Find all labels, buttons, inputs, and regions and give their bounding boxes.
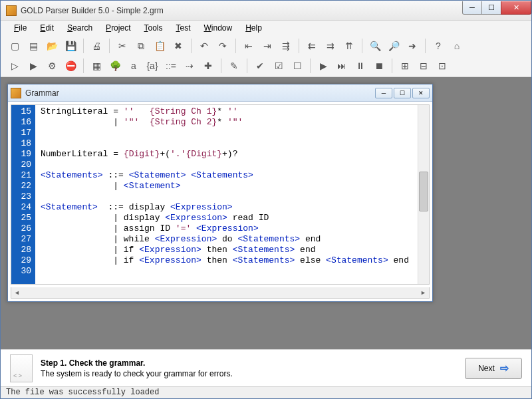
horizontal-scrollbar[interactable]: ◄ ► <box>11 287 430 299</box>
fast-forward-button[interactable]: ⏭ <box>333 57 350 74</box>
redo-icon: ↷ <box>219 41 227 51</box>
increase-indent-button[interactable]: ⇶ <box>277 37 295 55</box>
add-node-icon: ✚ <box>204 61 212 71</box>
run-button[interactable]: ▷ <box>6 57 23 74</box>
close-button[interactable]: ✕ <box>501 1 531 15</box>
braces-button[interactable]: {a} <box>144 57 161 74</box>
menu-help[interactable]: Help <box>240 22 267 34</box>
code-line[interactable]: StringLiteral = '' {String Ch 1}* '' <box>41 106 412 117</box>
scroll-right-icon[interactable]: ► <box>418 287 429 298</box>
code-line[interactable] <box>41 128 412 138</box>
paste-button[interactable]: 📋 <box>151 37 168 55</box>
code-line[interactable]: | <Statement> <box>41 181 412 192</box>
cut-button[interactable]: ✂ <box>114 37 131 55</box>
indent-button[interactable]: ⇥ <box>259 37 276 55</box>
check-button[interactable]: ✔ <box>251 57 269 74</box>
stop-square-button[interactable]: ⏹ <box>370 57 388 74</box>
open-button[interactable]: 📂 <box>43 37 61 55</box>
tree2-button[interactable]: ⊟ <box>415 57 432 74</box>
pause-button[interactable]: ⏸ <box>352 57 369 74</box>
grammar-maximize-button[interactable]: ☐ <box>394 88 411 98</box>
stop-button[interactable]: ⛔ <box>62 57 79 74</box>
new-template-button[interactable]: ▤ <box>25 37 42 55</box>
toolbar: ▢▤📂💾🖨✂⧉📋✖↶↷⇤⇥⇶⇇⇉⇈🔍🔎➜?⌂▷▶⚙⛔▦🌳a{a}::=⇢✚✎✔☑… <box>1 35 531 77</box>
help-button[interactable]: ? <box>430 37 447 55</box>
text-a-button[interactable]: a <box>125 57 142 74</box>
menu-tools[interactable]: Tools <box>138 22 168 34</box>
goto-button[interactable]: ➜ <box>404 37 421 55</box>
menu-test[interactable]: Test <box>170 22 196 34</box>
code-line[interactable]: <Statements> ::= <Statement> <Statements… <box>41 170 412 181</box>
code-area[interactable]: StringLiteral = '' {String Ch 1}* '' | '… <box>35 105 418 284</box>
delete-button[interactable]: ✖ <box>170 37 187 55</box>
print-button[interactable]: 🖨 <box>88 37 105 55</box>
uncheck-button[interactable]: ☐ <box>289 57 306 74</box>
code-line[interactable]: NumberLiteral = {Digit}+('.'{Digit}+)? <box>41 149 412 160</box>
menu-edit[interactable]: Edit <box>35 22 59 34</box>
find-icon: 🔍 <box>370 41 381 51</box>
line-number: 25 <box>13 213 31 223</box>
find-replace-button[interactable]: 🔎 <box>385 37 402 55</box>
separator <box>247 59 247 73</box>
check-icon: ✔ <box>256 61 264 71</box>
code-line[interactable]: <Statement> ::= display <Expression> <box>41 202 412 213</box>
code-line[interactable]: | while <Expression> do <Statements> end <box>41 234 412 245</box>
vertical-scrollbar[interactable] <box>418 105 429 284</box>
new-button[interactable]: ▢ <box>6 37 23 55</box>
code-line[interactable] <box>41 160 412 170</box>
flow-button[interactable]: ⇢ <box>181 57 198 74</box>
line-number: 17 <box>13 128 31 138</box>
menu-file[interactable]: File <box>9 22 32 34</box>
code-line[interactable] <box>41 266 412 277</box>
step-left-button[interactable]: ⇇ <box>303 37 321 55</box>
scroll-thumb[interactable] <box>419 172 428 211</box>
line-number: 24 <box>13 202 31 213</box>
code-line[interactable]: | '"' {String Ch 2}* '"' <box>41 117 412 128</box>
home-button[interactable]: ⌂ <box>448 37 466 55</box>
play-button[interactable]: ▶ <box>315 57 332 74</box>
redo-button[interactable]: ↷ <box>214 37 231 55</box>
code-line[interactable]: | assign ID '=' <Expression> <box>41 223 412 234</box>
tree3-button[interactable]: ⊡ <box>434 57 451 74</box>
work-area: Grammar ─ ☐ ✕ 15161718192021222324252627… <box>1 77 531 349</box>
maximize-button[interactable]: ☐ <box>481 1 501 15</box>
step-right-button[interactable]: ⇉ <box>322 37 339 55</box>
find-button[interactable]: 🔍 <box>366 37 384 55</box>
code-line[interactable]: | if <Expression> then <Statements> else… <box>41 255 412 266</box>
save-button[interactable]: 💾 <box>62 37 79 55</box>
compile-button[interactable]: ⚙ <box>43 57 61 74</box>
code-line[interactable] <box>41 138 412 149</box>
minimize-button[interactable]: ─ <box>462 1 482 15</box>
colons-button[interactable]: ::= <box>162 57 180 74</box>
run-all-button[interactable]: ▶ <box>25 57 42 74</box>
code-line[interactable]: | display <Expression> read ID <box>41 213 412 223</box>
check-doc-button[interactable]: ☑ <box>270 57 287 74</box>
tree-button[interactable]: 🌳 <box>106 57 124 74</box>
next-button[interactable]: Next ⇨ <box>465 358 522 379</box>
outdent-button[interactable]: ⇤ <box>240 37 257 55</box>
text-a-icon: a <box>131 61 136 71</box>
code-line[interactable]: | if <Expression> then <Statements> end <box>41 245 412 255</box>
grammar-minimize-button[interactable]: ─ <box>375 88 392 98</box>
undo-button[interactable]: ↶ <box>196 37 213 55</box>
step-up-button[interactable]: ⇈ <box>340 37 358 55</box>
menu-project[interactable]: Project <box>100 22 136 34</box>
indent-icon: ⇥ <box>263 41 271 51</box>
edit-pencil-button[interactable]: ✎ <box>225 57 243 74</box>
scroll-left-icon[interactable]: ◄ <box>11 287 23 298</box>
pause-icon: ⏸ <box>356 61 365 71</box>
menu-window[interactable]: Window <box>199 22 238 34</box>
table-group-button[interactable]: ▦ <box>88 57 105 74</box>
paste-icon: 📋 <box>154 41 166 51</box>
colons-icon: ::= <box>166 61 176 71</box>
code-line[interactable] <box>41 192 412 202</box>
tree1-button[interactable]: ⊞ <box>396 57 414 74</box>
editor[interactable]: 15161718192021222324252627282930 StringL… <box>11 104 430 285</box>
menu-search[interactable]: Search <box>62 22 98 34</box>
copy-button[interactable]: ⧉ <box>132 37 150 55</box>
line-number: 28 <box>13 245 31 255</box>
grammar-close-button[interactable]: ✕ <box>412 88 430 98</box>
add-node-button[interactable]: ✚ <box>200 57 217 74</box>
statusbar: The file was successfully loaded <box>1 386 531 398</box>
increase-indent-icon: ⇶ <box>282 41 290 51</box>
